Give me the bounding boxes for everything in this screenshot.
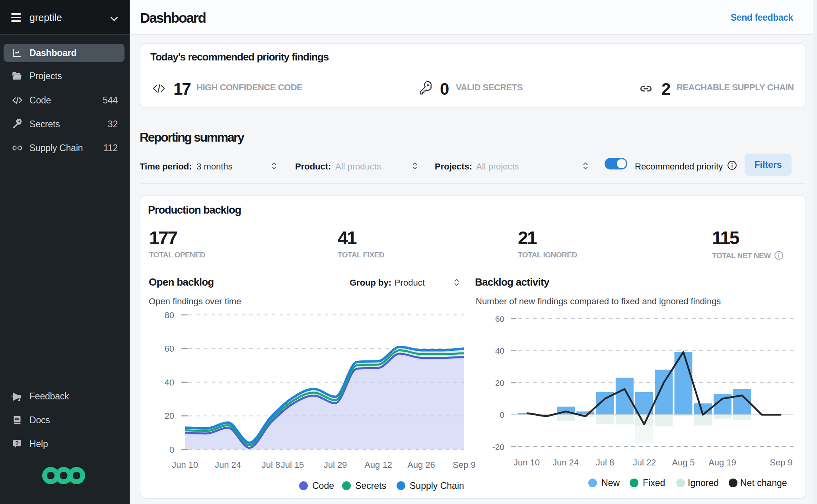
svg-text:?: ?: [15, 440, 19, 446]
